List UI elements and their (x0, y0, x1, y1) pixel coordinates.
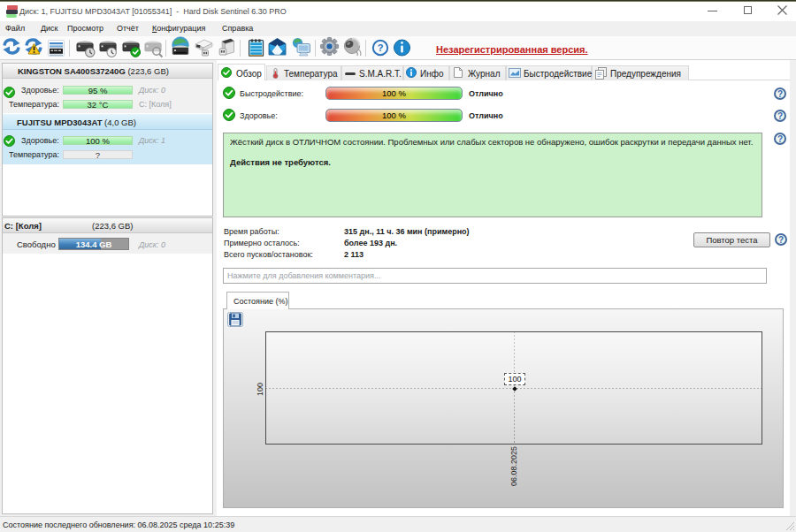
svg-text:?: ? (378, 42, 384, 53)
